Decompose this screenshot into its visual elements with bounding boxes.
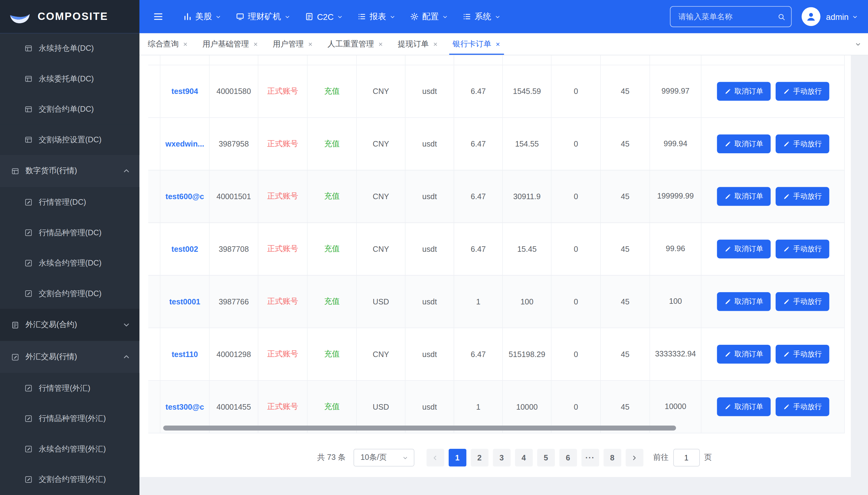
sidebar-item[interactable]: 交割合约管理(DC)	[0, 278, 139, 309]
sidebar-item[interactable]: 交割场控设置(DC)	[0, 124, 139, 155]
page-1-button[interactable]: 1	[448, 449, 466, 466]
cancel-order-button[interactable]: 取消订单	[717, 187, 770, 206]
pencil-icon	[724, 88, 731, 95]
page-size-select[interactable]: 10条/页	[353, 449, 414, 466]
page-5-button[interactable]: 5	[537, 449, 555, 466]
doc-icon	[305, 12, 314, 21]
nav-item-4[interactable]: 报表	[350, 0, 403, 33]
hamburger-icon[interactable]	[153, 11, 163, 22]
nav-label: 报表	[369, 11, 386, 22]
table-row: test90440001580正式账号充值CNYusdt6.471545.590…	[148, 65, 845, 118]
table-clipped-cell	[258, 55, 308, 65]
sidebar-item[interactable]: 永续委托单(DC)	[0, 64, 139, 94]
cell-currency: CNY	[357, 170, 405, 222]
pencil-icon	[724, 403, 731, 411]
close-icon[interactable]	[308, 41, 313, 47]
doc-icon	[11, 321, 19, 329]
tabs-dropdown-icon[interactable]	[855, 41, 862, 47]
goto-page-input[interactable]	[673, 449, 700, 466]
cell-actions: 取消订单手动放行	[701, 380, 845, 432]
arrow-right-icon	[631, 454, 638, 461]
cell-coin: usdt	[405, 170, 454, 222]
nav-item-3[interactable]: C2C	[298, 0, 350, 33]
cell-user: test110	[160, 328, 210, 380]
sidebar-item[interactable]: 行情品种管理(外汇)	[0, 404, 139, 434]
cell-col_b: 45	[601, 170, 650, 222]
pager-pages: 123456···8	[446, 449, 623, 466]
edit-icon	[24, 289, 33, 298]
sidebar-item[interactable]: 行情管理(DC)	[0, 187, 139, 217]
sidebar-item[interactable]: 外汇交易(行情)	[0, 341, 139, 373]
cell-actions: 取消订单手动放行	[701, 223, 845, 275]
cell-col_b: 45	[601, 65, 650, 117]
tab-4[interactable]: 人工重置管理	[320, 33, 390, 55]
table-clipped-cell	[454, 55, 503, 65]
user-name[interactable]: admin	[826, 12, 849, 21]
sidebar-item[interactable]: 永续合约管理(DC)	[0, 248, 139, 278]
sidebar-item[interactable]: 永续合约管理(外汇)	[0, 434, 139, 464]
nav-label: 系统	[475, 11, 491, 22]
cell-currency: CNY	[357, 65, 405, 117]
sidebar-item[interactable]: 交割合约单(DC)	[0, 94, 139, 124]
close-icon[interactable]	[253, 41, 258, 47]
cell-total: 999.94	[650, 118, 701, 170]
top-nav: 美股理财矿机C2C报表配置系统 admin	[139, 0, 868, 33]
manual-release-button[interactable]: 手动放行	[775, 240, 829, 258]
prev-page-button[interactable]	[427, 449, 444, 466]
nav-item-5[interactable]: 配置	[403, 0, 455, 33]
horizontal-scrollbar[interactable]	[163, 426, 676, 430]
page-2-button[interactable]: 2	[471, 449, 488, 466]
page-3-button[interactable]: 3	[493, 449, 510, 466]
tab-6[interactable]: 银行卡订单	[445, 33, 508, 55]
manual-release-button[interactable]: 手动放行	[775, 135, 829, 153]
tab-3[interactable]: 用户管理	[265, 33, 320, 55]
close-icon[interactable]	[433, 41, 438, 47]
sidebar: 永续持仓单(DC)永续委托单(DC)交割合约单(DC)交割场控设置(DC)数字货…	[0, 33, 139, 495]
close-icon[interactable]	[378, 41, 383, 47]
cancel-order-button[interactable]: 取消订单	[717, 240, 770, 258]
cell-account: 3987958	[210, 118, 258, 170]
cancel-order-button[interactable]: 取消订单	[717, 135, 770, 153]
table-clipped-row	[148, 55, 845, 66]
cell-status: 正式账号	[258, 380, 308, 432]
page-6-button[interactable]: 6	[559, 449, 577, 466]
cancel-order-button[interactable]: 取消订单	[717, 82, 770, 101]
pencil-icon	[724, 351, 731, 358]
manual-release-button[interactable]: 手动放行	[775, 82, 829, 101]
sidebar-item[interactable]: 交割合约管理(外汇)	[0, 464, 139, 495]
tab-5[interactable]: 提现订单	[390, 33, 445, 55]
page-8-button[interactable]: 8	[604, 449, 621, 466]
search-icon[interactable]	[778, 13, 786, 21]
close-icon[interactable]	[183, 41, 188, 47]
cancel-order-button[interactable]: 取消订单	[717, 345, 770, 363]
tab-1[interactable]: 综合查询	[140, 33, 195, 55]
chevron-down-icon[interactable]	[852, 14, 858, 20]
nav-item-1[interactable]: 美股	[176, 0, 228, 33]
sidebar-item[interactable]: 永续持仓单(DC)	[0, 33, 139, 64]
avatar[interactable]	[802, 7, 820, 26]
cell-amount: 10000	[503, 380, 552, 432]
sidebar-item[interactable]: 数字货币(行情)	[0, 155, 139, 187]
pager-more-button[interactable]: ···	[581, 449, 599, 466]
manual-release-button[interactable]: 手动放行	[775, 345, 829, 363]
page-4-button[interactable]: 4	[515, 449, 533, 466]
tab-2[interactable]: 用户基础管理	[195, 33, 266, 55]
search-input[interactable]	[678, 12, 778, 21]
cell-biz_type: 充值	[308, 170, 357, 222]
sidebar-item[interactable]: 外汇交易(合约)	[0, 309, 139, 341]
manual-release-button[interactable]: 手动放行	[775, 292, 829, 311]
cancel-order-button[interactable]: 取消订单	[717, 292, 770, 311]
manual-release-button[interactable]: 手动放行	[775, 397, 829, 416]
list-icon	[463, 12, 471, 21]
cancel-order-button[interactable]: 取消订单	[717, 397, 770, 416]
cell-status: 正式账号	[258, 223, 308, 275]
pencil-icon	[724, 140, 731, 148]
next-page-button[interactable]	[625, 449, 643, 466]
close-icon[interactable]	[495, 41, 501, 47]
nav-item-2[interactable]: 理财矿机	[228, 0, 298, 33]
manual-release-button[interactable]: 手动放行	[775, 187, 829, 206]
cell-total: 99.96	[650, 223, 701, 275]
nav-item-6[interactable]: 系统	[455, 0, 508, 33]
sidebar-item[interactable]: 行情管理(外汇)	[0, 373, 139, 403]
sidebar-item[interactable]: 行情品种管理(DC)	[0, 218, 139, 248]
